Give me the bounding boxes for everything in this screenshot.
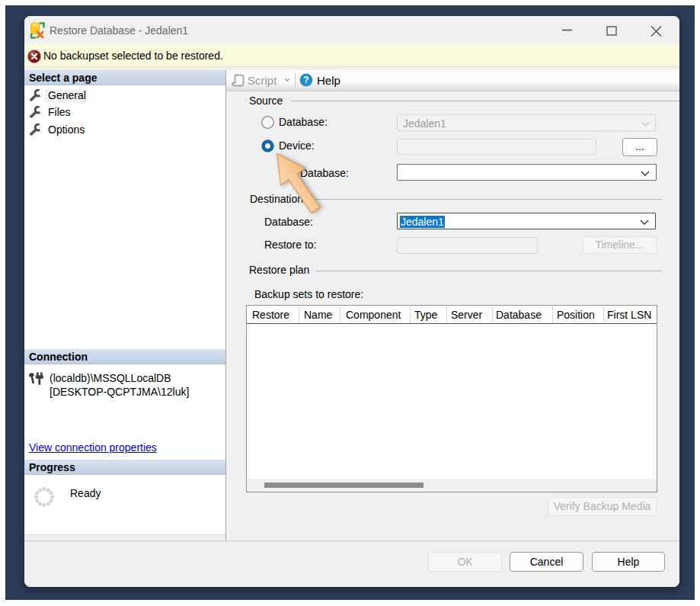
svg-text:?: ?	[303, 75, 308, 85]
